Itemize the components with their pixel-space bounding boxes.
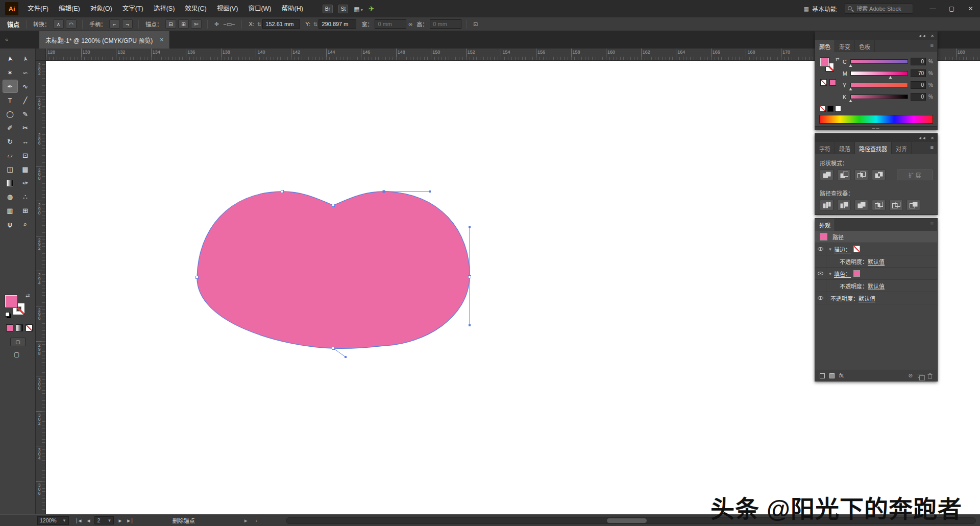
row-label[interactable]: 描边： xyxy=(834,245,851,253)
mesh-tool[interactable]: ▦ xyxy=(18,163,33,175)
stroke-swatch[interactable] xyxy=(853,246,860,252)
tab-路径查找器[interactable]: 路径查找器 xyxy=(855,142,892,154)
panel-resize-grip[interactable]: ▬▬ xyxy=(815,126,937,130)
swap-fill-stroke-icon[interactable]: ⇄ xyxy=(836,57,840,62)
scale-tool[interactable]: ▱ xyxy=(3,149,17,161)
menu-文件[interactable]: 文件(F) xyxy=(22,0,54,17)
bezier-handle-end[interactable] xyxy=(429,190,431,193)
selection-tool[interactable]: ➤ xyxy=(3,53,17,65)
slider-marker[interactable] xyxy=(849,88,852,90)
appearance-row-path[interactable]: 路径 xyxy=(815,231,937,243)
paintbrush-tool[interactable]: ✎ xyxy=(18,108,33,120)
anchor-point[interactable] xyxy=(332,347,335,350)
slider-marker[interactable] xyxy=(849,64,852,67)
chevron-down-icon[interactable]: ▾ xyxy=(826,271,834,276)
crop-button[interactable] xyxy=(872,200,886,210)
menu-对象[interactable]: 对象(O) xyxy=(85,0,117,17)
scrollbar-thumb[interactable] xyxy=(607,518,647,523)
menu-视图[interactable]: 视图(V) xyxy=(212,0,243,17)
link-dimensions-icon[interactable]: ∞ xyxy=(408,21,412,27)
drawing-mode-button[interactable]: ▢ xyxy=(10,338,26,346)
divide-button[interactable] xyxy=(820,200,834,210)
anchor-point[interactable] xyxy=(332,204,335,207)
color-spectrum-bar[interactable] xyxy=(819,115,933,124)
minimize-button[interactable]: — xyxy=(923,0,942,17)
channel-value-field[interactable]: 0 xyxy=(911,58,926,65)
menu-效果[interactable]: 效果(C) xyxy=(180,0,211,17)
unite-button[interactable] xyxy=(820,170,834,180)
gradient-button[interactable] xyxy=(16,324,23,331)
eye-column[interactable] xyxy=(815,292,826,304)
tab-对齐[interactable]: 对齐 xyxy=(892,142,912,154)
type-tool[interactable]: T xyxy=(3,94,17,106)
intersect-button[interactable] xyxy=(854,170,868,180)
x-field[interactable]: 152.61 mm xyxy=(262,19,300,29)
appearance-row-opacity[interactable]: 不透明度：默认值 xyxy=(815,292,937,304)
ellipse-tool[interactable]: ◯ xyxy=(3,108,17,120)
close-panel-icon[interactable]: ✕ xyxy=(930,34,934,38)
visibility-eye-icon[interactable] xyxy=(818,272,823,275)
none-swatch[interactable] xyxy=(820,79,827,86)
expand-button[interactable]: 扩 展 xyxy=(897,170,933,180)
channel-slider[interactable] xyxy=(850,59,908,64)
pencil-tool[interactable]: ✐ xyxy=(3,122,17,134)
tab-字符[interactable]: 字符 xyxy=(815,142,835,154)
artboard-options-icon[interactable]: ⊡ xyxy=(473,21,478,28)
eye-column[interactable] xyxy=(815,243,826,255)
screen-mode-button[interactable]: ▢ xyxy=(14,351,19,358)
first-artboard-button[interactable]: |◄ xyxy=(76,518,83,523)
white-swatch[interactable] xyxy=(835,106,841,112)
chevron-down-icon[interactable]: ▾ xyxy=(826,247,834,252)
isolate-selection-icon[interactable]: ✛ xyxy=(214,21,219,28)
bezier-handle-end[interactable] xyxy=(469,324,471,326)
channel-value-field[interactable]: 0 xyxy=(911,93,926,101)
menu-编辑[interactable]: 编辑(E) xyxy=(54,0,85,17)
status-play-icon[interactable]: ► xyxy=(243,518,249,523)
hand-tool[interactable]: ψ xyxy=(3,218,17,230)
minus-front-button[interactable] xyxy=(837,170,851,180)
last-artboard-button[interactable]: ►| xyxy=(126,518,133,523)
x-stepper[interactable]: ⇅ xyxy=(257,21,261,27)
symbol-sprayer-tool[interactable]: ∴ xyxy=(18,190,33,203)
slider-marker[interactable] xyxy=(889,76,892,79)
outline-button[interactable] xyxy=(889,200,903,210)
none-swatch[interactable] xyxy=(820,106,826,112)
zoom-level-dropdown[interactable]: 1200% ▼ xyxy=(37,516,69,525)
bezier-handle-end[interactable] xyxy=(469,226,471,228)
y-stepper[interactable]: ⇅ xyxy=(313,21,317,27)
artboard-tool[interactable]: ⊞ xyxy=(18,204,33,217)
appearance-row-stroke[interactable]: ▾描边： xyxy=(815,243,937,255)
row-label[interactable]: 填色： xyxy=(834,270,851,278)
bezier-handle-end[interactable] xyxy=(345,356,347,358)
maximize-button[interactable]: ▢ xyxy=(942,0,961,17)
vertical-ruler[interactable]: 282284286288290292294296298300302304306 xyxy=(36,61,46,514)
add-new-fill-icon[interactable] xyxy=(829,373,835,378)
eye-column[interactable] xyxy=(815,280,826,292)
arrange-documents-button[interactable]: ▦▾ xyxy=(354,4,362,13)
show-handles-button[interactable]: ⌐ xyxy=(109,19,120,29)
previous-artboard-button[interactable]: ◄ xyxy=(86,518,91,523)
bridge-button[interactable]: Br xyxy=(323,5,333,13)
channel-slider[interactable] xyxy=(850,94,908,99)
clear-appearance-icon[interactable]: ⊘ xyxy=(909,373,913,378)
tab-颜色[interactable]: 颜色 xyxy=(815,40,835,52)
collapse-panel-icon[interactable]: ◄◄ xyxy=(918,34,926,38)
convert-to-smooth-button[interactable]: ◠ xyxy=(66,19,77,29)
add-new-stroke-icon[interactable] xyxy=(820,373,825,378)
anchor-point[interactable] xyxy=(469,276,471,278)
appearance-row-fill[interactable]: ▾填色： xyxy=(815,268,937,280)
menu-窗口[interactable]: 窗口(W) xyxy=(243,0,276,17)
delete-item-icon[interactable] xyxy=(927,373,933,379)
status-back-icon[interactable]: ‹ xyxy=(256,518,257,523)
search-input[interactable] xyxy=(845,4,913,14)
fill-color-swatch[interactable] xyxy=(5,295,17,307)
tab-渐变[interactable]: 渐变 xyxy=(835,40,855,52)
close-button[interactable]: ✕ xyxy=(961,0,980,17)
handle-display-icon[interactable]: −▭− xyxy=(223,21,235,28)
close-panel-icon[interactable]: ✕ xyxy=(930,136,934,140)
tab-色板[interactable]: 色板 xyxy=(855,40,875,52)
next-artboard-button[interactable]: ► xyxy=(117,518,122,523)
line-segment-tool[interactable]: ╱ xyxy=(18,94,33,106)
appearance-row-opacity[interactable]: 不透明度：默认值 xyxy=(815,255,937,268)
zoom-tool[interactable]: ⌕ xyxy=(18,218,33,230)
